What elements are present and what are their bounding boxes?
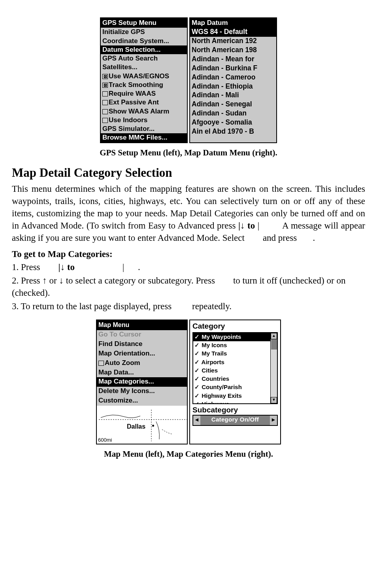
section-heading: Map Detail Category Selection [12,164,365,181]
step-3: 3. To return to the last page displayed,… [12,300,365,312]
checkbox-icon[interactable] [98,361,104,366]
menu-item[interactable]: GPS Simulator... [101,125,187,133]
datum-item[interactable]: Ain el Abd 1970 - B [190,127,276,136]
menu-item-label: Customize... [98,397,138,404]
menu-item-label: Ext Passive Ant [109,98,159,106]
check-icon: ✓ [194,367,200,374]
check-icon: ✓ [194,341,200,349]
category-scrollbar[interactable]: ▲ ▼ [270,333,277,403]
map-categories-panel: Category ✓ My Waypoints✓ My Icons✓ My Tr… [189,320,281,444]
menu-item-label: GPS Simulator... [102,125,155,132]
subcategory-prev-icon[interactable]: ◄ [193,416,200,425]
datum-item[interactable]: Adindan - Mean for [190,55,276,64]
menu-item[interactable]: Use Indoors [101,116,187,125]
map-scale: 600mi [98,437,112,444]
check-icon: ✓ [194,383,200,391]
category-item[interactable]: ✓ Airports [193,358,271,367]
check-icon: ✓ [194,375,200,383]
category-item[interactable]: ✓ County/Parish [193,383,271,391]
step-1: 1. Press |↓ to | . [12,261,365,273]
menu-item[interactable]: Coordinate System... [101,37,187,45]
category-item-label: Countries [200,375,229,382]
datum-item[interactable]: North American 192 [190,37,276,46]
menu-item-label: Coordinate System... [102,37,169,45]
checkbox-icon[interactable] [102,100,108,105]
category-item-label: County/Parish [200,384,242,390]
subcategory-next-icon[interactable]: ► [270,416,277,425]
gps-setup-header: GPS Setup Menu [101,18,187,28]
subcategory-selector[interactable]: ◄ Category On/Off ► [192,415,278,426]
step-2: 2. Press ↑ or ↓ to select a category or … [12,274,365,299]
menu-item-label: Use WAAS/EGNOS [109,72,169,80]
menu-item-label: Require WAAS [109,90,156,97]
menu-item[interactable]: Find Distance [97,340,187,349]
menu-item[interactable]: Require WAAS [101,89,187,98]
category-item-label: Highway Exits [200,392,242,399]
gps-setup-panel: GPS Setup Menu Initialize GPSCoordinate … [100,17,188,143]
datum-item[interactable]: WGS 84 - Default [190,28,276,37]
menu-item-label: Browse MMC Files... [102,134,167,141]
menu-item-label: Auto Zoom [105,359,140,367]
menu-item[interactable]: Map Orientation... [97,349,187,359]
menu-item[interactable]: Customize... [97,396,187,406]
menu-item[interactable]: GPS Auto Search [101,54,187,63]
datum-item[interactable]: Adindan - Ethiopia [190,82,276,91]
checkbox-icon[interactable] [102,91,108,96]
datum-item[interactable]: Adindan - Mali [190,91,276,100]
menu-item-label: Find Distance [98,340,142,348]
checkbox-icon[interactable] [102,109,108,114]
category-item-label: My Waypoints [200,333,241,340]
menu-item-label: Use Indoors [109,116,147,124]
menu-item[interactable]: Delete My Icons... [97,387,187,396]
menu-item-label: Initialize GPS [102,28,145,36]
category-item[interactable]: ✓ My Icons [193,341,271,350]
category-item-label: My Trails [200,350,227,357]
check-icon: ✓ [194,400,200,404]
checkbox-icon[interactable]: ⊠ [102,74,108,79]
scroll-up-icon[interactable]: ▲ [271,333,277,339]
datum-item[interactable]: Afgooye - Somalia [190,118,276,127]
category-item[interactable]: ✓ My Waypoints [193,333,271,341]
category-item[interactable]: ✓ Cities [193,367,271,375]
menu-item[interactable]: Satellites... [101,63,187,72]
menu-item[interactable]: Datum Selection... [101,45,187,54]
map-preview: Dallas 600mi [97,406,187,444]
figure-2: Map Menu Go To CursorFind DistanceMap Or… [12,318,365,459]
category-item[interactable]: ✓ Countries [193,375,271,383]
category-item-label: Highways [200,401,229,404]
menu-item[interactable]: ⊠Track Smoothing [101,81,187,89]
checkbox-icon[interactable] [102,118,108,123]
menu-item-label: Map Orientation... [98,350,155,357]
check-icon: ✓ [194,358,200,366]
menu-item[interactable]: Map Data... [97,368,187,378]
map-datum-header: Map Datum [190,18,276,28]
datum-item[interactable]: Adindan - Senegal [190,100,276,109]
menu-item[interactable]: Ext Passive Ant [101,98,187,107]
map-datum-panel: Map Datum WGS 84 - DefaultNorth American… [189,17,277,143]
menu-item-label: Datum Selection... [102,46,160,53]
category-item[interactable]: ✓ Highways [193,400,271,404]
menu-item[interactable]: ⊠Use WAAS/EGNOS [101,72,187,81]
datum-item[interactable]: North American 198 [190,46,276,55]
menu-item[interactable]: Auto Zoom [97,359,187,368]
menu-item[interactable]: Initialize GPS [101,28,187,36]
menu-item[interactable]: Browse MMC Files... [101,133,187,142]
category-item[interactable]: ✓ My Trails [193,350,271,358]
menu-item[interactable]: Go To Cursor [97,330,187,340]
category-item[interactable]: ✓ Highway Exits [193,392,271,400]
checkbox-icon[interactable]: ⊠ [102,83,108,88]
section-paragraph: This menu determines which of the mappin… [12,183,365,244]
figure-1-caption: GPS Setup Menu (left), Map Datum Menu (r… [12,147,365,158]
category-list[interactable]: ✓ My Waypoints✓ My Icons✓ My Trails✓ Air… [192,332,278,404]
menu-item[interactable]: Map Categories... [97,377,187,387]
scroll-down-icon[interactable]: ▼ [271,397,277,403]
scroll-thumb[interactable] [271,339,277,350]
menu-item-label: GPS Auto Search [102,55,158,62]
menu-item-label: Map Categories... [98,378,154,385]
figure-1: GPS Setup Menu Initialize GPSCoordinate … [12,16,365,158]
datum-item[interactable]: Adindan - Sudan [190,109,276,118]
menu-item-label: Map Data... [98,369,134,376]
menu-item[interactable]: Show WAAS Alarm [101,107,187,116]
datum-item[interactable]: Adindan - Burkina F [190,64,276,73]
datum-item[interactable]: Adindan - Cameroo [190,73,276,82]
